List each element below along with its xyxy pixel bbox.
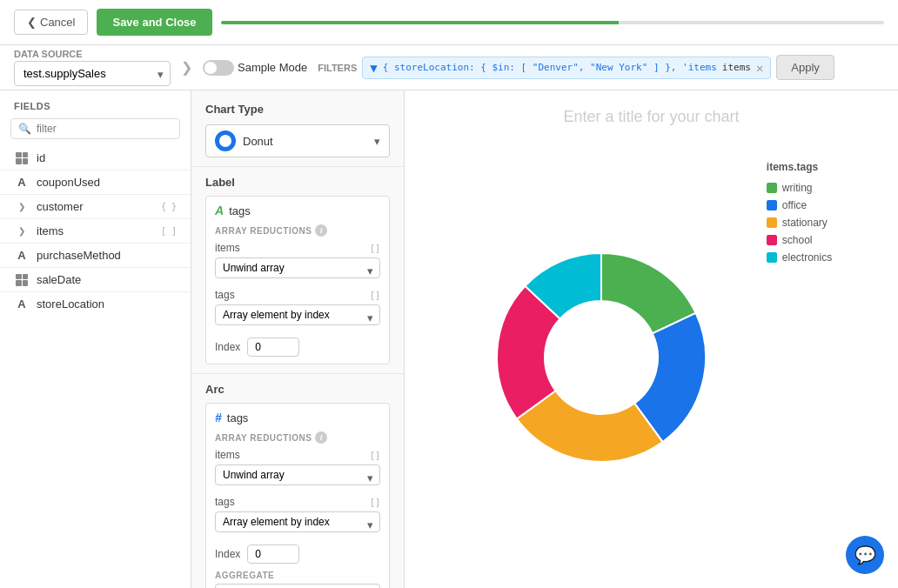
cancel-button[interactable]: ❮ Cancel xyxy=(14,10,88,35)
arc-items-badge: [] xyxy=(370,451,380,460)
arc-tags-badge: [] xyxy=(370,498,380,507)
sub-field-items-name: items xyxy=(215,242,240,254)
field-name-purchasemethod: purchaseMethod xyxy=(37,249,177,262)
arc-items-select[interactable]: Unwind array Array element by index Firs… xyxy=(215,464,380,485)
datasource-select-wrapper: test.supplySales xyxy=(14,61,171,86)
top-bar: ❮ Cancel Save and Close xyxy=(0,0,898,45)
donut-chart xyxy=(471,227,732,488)
search-icon: 🔍 xyxy=(18,123,31,135)
field-name-couponused: couponUsed xyxy=(37,176,177,189)
donut-svg xyxy=(471,227,732,488)
field-item[interactable]: A storeLocation xyxy=(0,292,191,316)
legend-label: stationary xyxy=(782,217,828,229)
field-icon-purchasemethod: A xyxy=(14,250,30,262)
sample-mode-switch[interactable] xyxy=(203,60,234,76)
chart-type-dropdown-icon: ▾ xyxy=(374,135,380,148)
arc-index-row: Index xyxy=(215,545,380,564)
arc-reductions-label: ARRAY REDUCTIONS i xyxy=(215,431,380,444)
apply-button[interactable]: Apply xyxy=(776,55,834,80)
filter-pill[interactable]: ▼ { storeLocation: { $in: [ "Denver", "N… xyxy=(362,57,771,79)
legend-title: items.tags xyxy=(767,161,832,173)
arc-section: Arc # tags ARRAY REDUCTIONS i items [] xyxy=(191,373,404,588)
field-type-badge-items: [ ] xyxy=(161,226,177,236)
fields-header: FIELDS xyxy=(0,90,191,118)
chat-bubble-button[interactable]: 💬 xyxy=(846,536,884,574)
items-unwind-select[interactable]: Unwind array Array element by index Firs… xyxy=(215,257,380,278)
field-name-storelocation: storeLocation xyxy=(37,297,177,311)
field-item[interactable]: ❯ items [ ] xyxy=(0,219,191,243)
arc-info-icon: i xyxy=(315,431,327,444)
legend-item: office xyxy=(767,199,832,211)
label-section: Label A tags ARRAY REDUCTIONS i items [] xyxy=(191,166,404,373)
field-item[interactable]: A purchaseMethod xyxy=(0,244,191,267)
items-label: items xyxy=(722,62,751,73)
fields-panel: FIELDS 🔍 id A couponUsed xyxy=(0,90,191,588)
field-name-saledate: saleDate xyxy=(37,273,177,286)
datasource-select[interactable]: test.supplySales xyxy=(14,61,171,86)
filters-label: Filters xyxy=(318,63,357,73)
aggregate-select[interactable]: count sum avg min max xyxy=(215,584,380,588)
arc-field-header: # tags xyxy=(215,411,380,424)
chart-type-title: Chart Type xyxy=(205,103,390,116)
index-input[interactable] xyxy=(247,337,299,357)
label-field-icon: A xyxy=(215,204,224,217)
filters-section: Filters ▼ { storeLocation: { $in: [ "Den… xyxy=(318,55,884,80)
datasource-section: Data Source test.supplySales xyxy=(14,49,171,86)
chart-title-placeholder: Enter a title for your chart xyxy=(422,108,881,126)
config-bar: Data Source test.supplySales ❯ Sample Mo… xyxy=(0,45,898,90)
field-item[interactable]: id xyxy=(0,146,191,170)
array-reductions-label: ARRAY REDUCTIONS i xyxy=(215,224,380,237)
field-name-items: items xyxy=(37,224,154,237)
legend-label: school xyxy=(782,234,813,246)
filter-close-icon[interactable]: ✕ xyxy=(756,61,763,75)
chart-type-selector[interactable]: Donut ▾ xyxy=(205,124,390,157)
arc-field-box: # tags ARRAY REDUCTIONS i items [] Unwin… xyxy=(205,403,390,588)
filter-code: { storeLocation: { $in: [ "Denver", "New… xyxy=(383,62,717,73)
arc-items-dropdown-wrapper: Unwind array Array element by index Firs… xyxy=(215,464,380,491)
arrow-right-icon: ❯ xyxy=(181,59,192,76)
datasource-label: Data Source xyxy=(14,49,171,59)
tags-index-select[interactable]: Unwind array Array element by index Firs… xyxy=(215,304,380,325)
donut-chart-icon xyxy=(215,130,236,151)
fields-search-input[interactable] xyxy=(37,123,172,135)
label-field-box: A tags ARRAY REDUCTIONS i items [] Unwin… xyxy=(205,196,390,364)
field-item[interactable]: ❯ customer { } xyxy=(0,195,191,218)
legend-label: electronics xyxy=(782,251,832,264)
chart-type-label: Donut xyxy=(243,135,367,148)
sub-field-items-badge: [] xyxy=(370,244,380,253)
arc-index-input[interactable] xyxy=(247,545,299,564)
field-item[interactable]: saleDate xyxy=(0,268,191,291)
legend-item: electronics xyxy=(767,251,832,264)
tags-dropdown-wrapper: Unwind array Array element by index Firs… xyxy=(215,304,380,331)
field-item[interactable]: A couponUsed xyxy=(0,170,191,194)
arc-tags-name: tags xyxy=(215,496,235,508)
chart-area: Enter a title for your chart items.tags … xyxy=(405,90,898,588)
field-type-badge-customer: { } xyxy=(161,202,177,211)
legend-color xyxy=(767,200,777,210)
field-icon-storelocation: A xyxy=(14,298,30,311)
sample-mode-toggle: Sample Mode xyxy=(203,60,307,76)
legend-color xyxy=(767,183,777,193)
save-close-button[interactable]: Save and Close xyxy=(97,9,211,36)
arc-tags-select[interactable]: Unwind array Array element by index Firs… xyxy=(215,511,380,532)
main-layout: FIELDS 🔍 id A couponUsed xyxy=(0,90,898,588)
progress-bar xyxy=(221,21,884,24)
filter-funnel-icon: ▼ xyxy=(370,61,377,75)
field-list: id A couponUsed ❯ customer { } xyxy=(0,146,191,588)
label-field-name: tags xyxy=(229,204,380,217)
fields-search-box[interactable]: 🔍 xyxy=(10,118,180,139)
items-dropdown-wrapper: Unwind array Array element by index Firs… xyxy=(215,257,380,284)
legend-item: writing xyxy=(767,182,832,194)
info-icon: i xyxy=(315,224,327,237)
aggregate-label: AGGREGATE xyxy=(215,571,380,580)
field-icon-items: ❯ xyxy=(14,225,30,237)
field-name-id: id xyxy=(37,151,177,164)
arc-items-row: items [] xyxy=(215,449,380,461)
legend-item: school xyxy=(767,234,832,246)
arc-tags-dropdown-wrapper: Unwind array Array element by index Firs… xyxy=(215,511,380,538)
aggregate-dropdown-wrapper: count sum avg min max xyxy=(215,584,380,588)
field-name-customer: customer xyxy=(37,200,154,213)
sub-field-items-row: items [] xyxy=(215,242,380,254)
chart-type-section: Chart Type Donut ▾ xyxy=(191,90,404,166)
field-icon-couponused: A xyxy=(14,177,30,189)
